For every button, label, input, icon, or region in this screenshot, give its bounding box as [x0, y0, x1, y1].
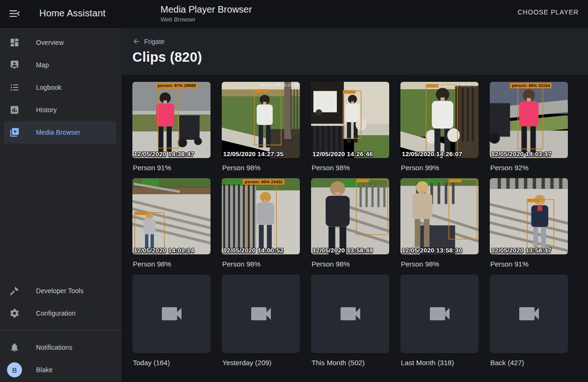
clip-caption: Person 91%	[490, 260, 568, 268]
clip-item[interactable]: 12/05/2020 14:26:46 Person 98%	[311, 82, 389, 172]
sidebar-toggle-button[interactable]	[8, 7, 22, 21]
clip-thumbnail[interactable]: 12/05/2020 14:03:17 person: 96% 32154	[490, 82, 568, 158]
sidebar-item-developer-tools[interactable]: Developer Tools	[4, 280, 116, 302]
clip-caption: Person 98%	[133, 260, 211, 268]
clip-caption: Person 98%	[222, 164, 300, 172]
avatar: B	[7, 362, 22, 377]
app-title: Home Assistant	[39, 8, 106, 19]
folder-card[interactable]	[490, 274, 568, 353]
camera-osd-timestamp: 2020.12.05 15:26:08	[438, 83, 477, 87]
clip-caption: Person 99%	[401, 164, 479, 172]
folder-label: Yesterday (209)	[222, 359, 300, 367]
sidebar-item-user[interactable]: B Blake	[4, 359, 116, 381]
sidebar-item-notifications[interactable]: Notifications	[4, 336, 116, 359]
folder-item-last-month-318[interactable]: Last Month (318)	[400, 274, 479, 367]
camera-osd-timestamp: 2020.12.05 15:27:35	[259, 83, 298, 87]
sidebar-item-overview[interactable]: Overview	[4, 31, 116, 54]
media-browser-icon	[7, 127, 22, 138]
clip-item[interactable]: 12/05/2020 14:26:07 2020.12.05 15:26:08 …	[400, 82, 479, 172]
page-title: Media Player Browser	[160, 4, 252, 15]
main-content: Frigate Clips (820) 12/05/2020 14:38:47 …	[122, 28, 588, 382]
sidebar-item-media-browser[interactable]: Media Browser	[4, 121, 116, 144]
sidebar-spacer	[0, 144, 122, 280]
clip-timestamp-overlay: 12/05/2020 14:00:52	[223, 247, 283, 254]
sidebar-divider	[0, 330, 122, 331]
clip-timestamp-overlay: 12/05/2020 13:58:17	[491, 247, 552, 254]
dashboard-icon	[7, 37, 22, 48]
clip-timestamp-overlay: 12/05/2020 13:58:49	[312, 247, 373, 254]
clip-timestamp-overlay: 12/05/2020 14:27:35	[223, 151, 283, 158]
clip-item[interactable]: 12/05/2020 14:01:14 Person 98%	[132, 178, 211, 268]
folder-item-this-month-502[interactable]: This Month (502)	[311, 274, 389, 367]
clip-item[interactable]: 12/05/2020 14:00:52 person: 95% 23432 Pe…	[222, 178, 300, 268]
folder-card[interactable]	[132, 274, 211, 353]
clip-item[interactable]: 12/05/2020 13:58:30 Person 98%	[400, 178, 479, 268]
clip-thumbnail[interactable]: 12/05/2020 14:00:52 person: 95% 23432	[222, 178, 300, 254]
videocam-icon	[337, 301, 363, 327]
map-icon	[7, 59, 22, 71]
sidebar-item-logbook[interactable]: Logbook	[4, 76, 116, 99]
clip-item[interactable]: 12/05/2020 14:38:47 person: 97% 29988 Pe…	[132, 82, 211, 172]
page-heading: Clips (820)	[132, 50, 588, 65]
clip-thumbnail[interactable]: 12/05/2020 14:26:07 2020.12.05 15:26:08	[400, 82, 479, 158]
bell-icon	[7, 342, 22, 353]
folder-label: Today (164)	[133, 359, 211, 367]
clip-thumbnail[interactable]: 12/05/2020 14:26:46	[311, 82, 389, 158]
clip-item[interactable]: 12/05/2020 14:27:35 2020.12.05 15:27:35 …	[222, 82, 300, 172]
clip-thumbnail[interactable]: 12/05/2020 13:58:17	[490, 178, 568, 254]
clip-item[interactable]: 12/05/2020 13:58:17 Person 91%	[490, 178, 568, 268]
folder-item-back-427[interactable]: Back (427)	[490, 274, 568, 367]
folder-label: Last Month (318)	[401, 359, 479, 367]
videocam-icon	[159, 301, 185, 327]
sidebar: Overview Map Logbook History Media Brows…	[0, 28, 122, 382]
clip-thumbnail[interactable]: 12/05/2020 13:58:49	[311, 178, 389, 254]
clip-timestamp-overlay: 12/05/2020 14:38:47	[134, 151, 194, 158]
folder-card[interactable]	[311, 274, 389, 353]
clip-item[interactable]: 12/05/2020 13:58:49 Person 98%	[311, 178, 389, 268]
clip-timestamp-overlay: 12/05/2020 14:26:07	[402, 151, 462, 158]
media-browser-header: Frigate Clips (820)	[122, 28, 588, 75]
sidebar-item-map[interactable]: Map	[4, 54, 116, 76]
videocam-icon	[427, 301, 453, 327]
clip-thumbnail[interactable]: 12/05/2020 14:38:47 person: 97% 29988	[132, 82, 211, 158]
clip-timestamp-overlay: 12/05/2020 14:26:46	[312, 151, 373, 158]
folder-label: This Month (502)	[312, 359, 389, 367]
folder-card[interactable]	[400, 274, 479, 353]
clip-caption: Person 91%	[133, 164, 211, 172]
clip-timestamp-overlay: 12/05/2020 13:58:30	[402, 247, 462, 254]
arrow-left-icon	[132, 37, 140, 45]
clip-item[interactable]: 12/05/2020 14:03:17 person: 96% 32154 Pe…	[490, 82, 568, 172]
hammer-icon	[7, 285, 22, 296]
clip-caption: Person 98%	[222, 260, 300, 268]
detection-tag: person: 97% 29988	[156, 83, 197, 88]
clip-caption: Person 98%	[312, 260, 389, 268]
clip-caption: Person 98%	[312, 164, 389, 172]
folder-item-today-164[interactable]: Today (164)	[132, 274, 211, 367]
top-app-bar: Home Assistant Media Player Browser Web …	[0, 0, 588, 28]
videocam-icon	[248, 301, 274, 327]
detection-tag: person: 95% 23432	[243, 179, 284, 185]
clip-timestamp-overlay: 12/05/2020 14:01:14	[134, 247, 194, 254]
detection-tag: person: 96% 32154	[510, 83, 552, 88]
sidebar-item-label: Notifications	[36, 344, 73, 351]
sidebar-item-configuration[interactable]: Configuration	[4, 302, 116, 324]
menu-open-icon	[8, 13, 21, 21]
clip-thumbnail[interactable]: 12/05/2020 14:27:35 2020.12.05 15:27:35	[222, 82, 300, 158]
videocam-icon	[516, 301, 542, 327]
media-grid-container: 12/05/2020 14:38:47 person: 97% 29988 Pe…	[122, 75, 588, 382]
folder-card[interactable]	[222, 274, 300, 353]
sidebar-item-history[interactable]: History	[4, 99, 116, 121]
clip-thumbnail[interactable]: 12/05/2020 13:58:30	[400, 178, 479, 254]
folder-label: Back (427)	[490, 359, 568, 367]
clip-thumbnail[interactable]: 12/05/2020 14:01:14	[132, 178, 211, 254]
history-icon	[7, 104, 22, 115]
logbook-icon	[7, 82, 22, 93]
clip-timestamp-overlay: 12/05/2020 14:03:17	[491, 151, 552, 158]
clip-caption: Person 98%	[401, 260, 479, 268]
folder-item-yesterday-209[interactable]: Yesterday (209)	[222, 274, 300, 367]
page-subtitle: Web Browser	[160, 16, 252, 23]
clip-caption: Person 92%	[490, 164, 568, 172]
breadcrumb-back-link[interactable]: Frigate	[132, 37, 165, 45]
breadcrumb-label: Frigate	[144, 38, 165, 45]
choose-player-button[interactable]: CHOOSE PLAYER	[518, 8, 579, 16]
